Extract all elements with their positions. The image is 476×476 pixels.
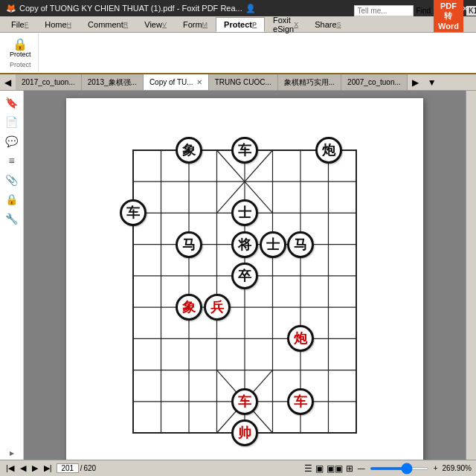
- zoom-percent-label: 269.90%: [443, 464, 472, 472]
- ribbon-content: 🔒 Protect Protect: [0, 33, 476, 74]
- piece-shuai-red[interactable]: 帅: [231, 419, 258, 446]
- piece-zu-black[interactable]: 卒: [231, 263, 258, 289]
- doc-tab-nav-left[interactable]: ◀: [0, 76, 16, 89]
- piece-ju-black-left[interactable]: 车: [120, 199, 147, 226]
- page-separator: /: [80, 464, 83, 472]
- tools-icon[interactable]: 🔧: [3, 210, 21, 228]
- piece-pao-red[interactable]: 炮: [287, 325, 314, 352]
- left-toolbar: 🔖 📄 💬 ≡ 📎 🔒 🔧 ▶: [0, 91, 24, 460]
- title-text: Copy of TUONG KY CHIEN THUAT (1).pdf - F…: [19, 4, 242, 13]
- scroll-mode-icon[interactable]: ☰: [304, 463, 312, 474]
- status-bar: |◀ ◀ ▶ ▶| / 620 ☰ ▣ ▣▣ ⊞ — + 269.90%: [0, 460, 476, 476]
- ribbon-right-area: Find 福昕PDF转Word K1 K2 K3: [350, 0, 476, 32]
- nav-prev-button[interactable]: ◀: [19, 463, 28, 473]
- protect-icon: 🔒: [13, 39, 28, 51]
- zoom-slider[interactable]: [370, 467, 429, 470]
- app-icon: 🦊: [6, 4, 16, 13]
- piece-ju-red-2[interactable]: 车: [287, 388, 314, 415]
- right-scrollbar[interactable]: [466, 91, 476, 460]
- security-icon[interactable]: 🔒: [3, 190, 21, 208]
- piece-ju-red-1[interactable]: 车: [231, 388, 258, 415]
- ribbon-group-protect: 🔒 Protect Protect: [3, 33, 39, 72]
- pdf-page: 象 车 炮 车 士 马 将 士 马 卒 象: [66, 98, 423, 460]
- tab-comment[interactable]: Comment R: [80, 17, 136, 32]
- xiangqi-board: 象 车 炮 车 士 马 将 士 马 卒 象: [118, 143, 371, 440]
- piece-ma-black[interactable]: 马: [176, 231, 202, 258]
- nav-last-button[interactable]: ▶|: [42, 463, 54, 473]
- foxit-convert-button[interactable]: 福昕PDF转Word: [434, 0, 463, 32]
- piece-shi-black-2[interactable]: 士: [260, 231, 286, 258]
- piece-ju-black-top[interactable]: 车: [231, 137, 258, 164]
- comments-icon[interactable]: 💬: [3, 132, 21, 150]
- piece-jiang-black[interactable]: 将: [231, 231, 258, 258]
- tell-me-input[interactable]: [354, 5, 414, 16]
- toolbar-expand-btn[interactable]: ▶: [10, 450, 14, 457]
- zoom-out-button[interactable]: —: [358, 464, 365, 472]
- single-page-icon[interactable]: ▣: [315, 463, 324, 474]
- two-page-icon[interactable]: ▣▣: [327, 463, 343, 474]
- title-bar-left: 🦊 Copy of TUONG KY CHIEN THUAT (1).pdf -…: [6, 4, 256, 13]
- doc-tab-5[interactable]: 2007_co_tuon...: [341, 74, 408, 91]
- tab-view[interactable]: View V: [136, 17, 175, 32]
- doc-tab-0[interactable]: 2017_co_tuon...: [16, 74, 82, 91]
- ribbon-tabs: File F Home H Comment R View V Form M Pr…: [0, 16, 476, 33]
- protect-group-label: Protect: [10, 61, 31, 68]
- attachments-icon[interactable]: 📎: [3, 171, 21, 189]
- piece-pao-black-top[interactable]: 炮: [315, 137, 342, 164]
- doc-tab-4[interactable]: 象棋精巧实用...: [278, 74, 341, 91]
- layers-icon[interactable]: ≡: [3, 152, 21, 170]
- tab-file[interactable]: File F: [3, 17, 36, 32]
- status-page: / 620: [57, 463, 96, 473]
- pages-icon[interactable]: 📄: [3, 113, 21, 131]
- tab-protect[interactable]: Protect P: [216, 17, 265, 32]
- k1-button[interactable]: K1: [466, 6, 476, 16]
- tab-home[interactable]: Home H: [36, 17, 80, 32]
- bookmark-icon[interactable]: 🔖: [3, 94, 21, 112]
- tab-foxit-esign[interactable]: Foxit eSign X: [265, 17, 306, 32]
- doc-tab-3[interactable]: TRUNG CUOC...: [209, 74, 278, 91]
- main-area: 🔖 📄 💬 ≡ 📎 🔒 🔧 ▶: [0, 91, 476, 460]
- piece-xiang-black-top[interactable]: 象: [176, 137, 202, 164]
- piece-bing-red[interactable]: 兵: [204, 294, 231, 321]
- status-bar-right: ☰ ▣ ▣▣ ⊞ — + 269.90%: [304, 463, 472, 474]
- nav-first-button[interactable]: |◀: [4, 463, 16, 473]
- continuous-icon[interactable]: ⊞: [346, 463, 353, 474]
- doc-tab-nav-right[interactable]: ▶: [408, 76, 423, 89]
- pdf-content-area[interactable]: 象 车 炮 车 士 马 将 士 马 卒 象: [24, 91, 466, 460]
- doc-tab-close-2[interactable]: ✕: [196, 78, 202, 86]
- piece-ma-black-2[interactable]: 马: [287, 231, 314, 258]
- tab-form[interactable]: Form M: [175, 17, 216, 32]
- doc-tab-nav-dropdown[interactable]: ▼: [423, 76, 441, 89]
- user-icon: 👤: [245, 4, 256, 13]
- zoom-in-button[interactable]: +: [434, 464, 438, 472]
- ribbon-protect-items: 🔒 Protect: [7, 37, 33, 60]
- doc-tab-2[interactable]: Copy of TU... ✕: [144, 74, 209, 91]
- protect-ribbon-btn[interactable]: 🔒 Protect: [7, 37, 33, 60]
- doc-tab-1[interactable]: 2013_象棋强...: [82, 74, 144, 91]
- view-mode-icons: ☰ ▣ ▣▣ ⊞: [304, 463, 353, 474]
- find-label: Find: [416, 7, 431, 15]
- doc-tabs: ◀ 2017_co_tuon... 2013_象棋强... Copy of TU…: [0, 74, 476, 91]
- piece-xiang-red[interactable]: 象: [176, 294, 202, 321]
- tab-share[interactable]: Share S: [306, 17, 349, 32]
- piece-shi-black-1[interactable]: 士: [231, 199, 258, 226]
- page-number-input[interactable]: [57, 463, 79, 473]
- nav-next-button[interactable]: ▶: [30, 463, 39, 473]
- total-pages: 620: [84, 464, 97, 472]
